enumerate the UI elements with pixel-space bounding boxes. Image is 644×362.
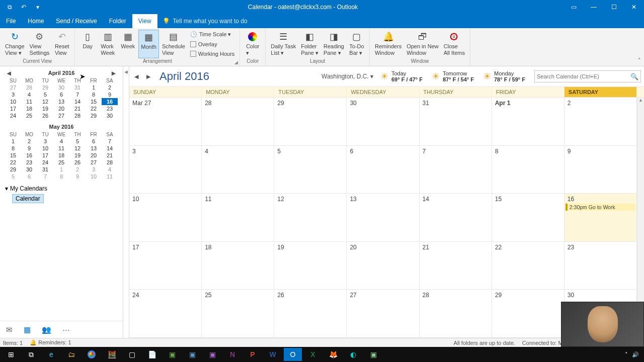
day-cell[interactable]: 25 bbox=[202, 290, 274, 337]
mini-day[interactable]: 4 bbox=[53, 138, 69, 145]
time-scale-button[interactable]: 🕒Time Scale ▾ bbox=[190, 30, 235, 39]
collapse-ribbon-icon[interactable]: ˄ bbox=[638, 57, 641, 64]
mini-day[interactable]: 1 bbox=[86, 84, 102, 91]
maximize-icon[interactable]: ☐ bbox=[604, 4, 624, 11]
people-icon[interactable]: 👥 bbox=[42, 325, 51, 334]
calendar-item[interactable]: Calendar bbox=[12, 194, 44, 203]
mini-day[interactable]: 2 bbox=[21, 138, 37, 145]
reset-view-button[interactable]: ↶Reset View bbox=[52, 30, 71, 58]
more-icon[interactable]: ⋯ bbox=[62, 325, 70, 334]
arrangement-dialog-launcher[interactable]: ◢ bbox=[234, 60, 238, 65]
excel-icon[interactable]: X bbox=[304, 348, 322, 361]
mini-day[interactable]: 11 bbox=[53, 145, 69, 152]
mini-day[interactable]: 10 bbox=[86, 173, 102, 180]
change-view-button[interactable]: ↻Change View ▾ bbox=[3, 30, 27, 58]
calendar-event[interactable]: 2:30pm Go to Work bbox=[566, 204, 635, 211]
scroll-up-icon[interactable]: ▲ bbox=[637, 98, 644, 105]
mini-day[interactable]: 27 bbox=[5, 84, 21, 91]
day-cell[interactable]: 3 bbox=[129, 146, 202, 194]
day-cell[interactable]: 21 bbox=[420, 242, 492, 290]
mini-day[interactable]: 17 bbox=[5, 105, 21, 112]
mini-day[interactable]: 2 bbox=[102, 84, 118, 91]
qat-send-receive-icon[interactable]: ⧉ bbox=[5, 4, 14, 11]
day-cell[interactable]: 29 bbox=[492, 290, 565, 337]
app-icon-4[interactable]: ◐ bbox=[344, 348, 362, 361]
day-cell[interactable]: 29 bbox=[274, 98, 347, 145]
chrome-icon[interactable] bbox=[83, 348, 101, 361]
mini-day[interactable]: 10 bbox=[37, 145, 53, 152]
mini-day[interactable]: 22 bbox=[86, 105, 102, 112]
day-cell[interactable]: 8 bbox=[492, 146, 565, 194]
mini-day[interactable]: 25 bbox=[21, 112, 37, 119]
day-button[interactable]: ▯Day bbox=[78, 30, 97, 58]
week-button[interactable]: ▦Week bbox=[118, 30, 137, 58]
mini-day[interactable]: 4 bbox=[102, 166, 118, 173]
weather-monday[interactable]: ☀Monday78° F / 59° F bbox=[483, 70, 525, 82]
day-cell[interactable]: 5 bbox=[274, 146, 347, 194]
mini-day[interactable]: 3 bbox=[86, 166, 102, 173]
day-cell[interactable]: 26 bbox=[274, 290, 347, 337]
mini-day[interactable]: 24 bbox=[37, 159, 53, 166]
day-cell[interactable]: 18 bbox=[202, 242, 274, 290]
day-cell[interactable]: 15 bbox=[492, 194, 565, 241]
tab-send-receive[interactable]: Send / Receive bbox=[50, 14, 103, 28]
start-button[interactable]: ⊞ bbox=[2, 348, 20, 361]
mini-day[interactable]: 1 bbox=[53, 166, 69, 173]
mini-day[interactable]: 29 bbox=[5, 166, 21, 173]
notepad-icon[interactable]: 📄 bbox=[143, 348, 161, 361]
reminders-window-button[interactable]: 🔔Reminders Window bbox=[373, 30, 404, 58]
mini-day[interactable]: 3 bbox=[5, 91, 21, 98]
mini-day[interactable]: 30 bbox=[21, 166, 37, 173]
mini-day[interactable]: 15 bbox=[5, 152, 21, 159]
app-icon-1[interactable]: ▣ bbox=[163, 348, 181, 361]
mini-day[interactable]: 18 bbox=[53, 152, 69, 159]
mini-day[interactable]: 12 bbox=[69, 145, 86, 152]
todo-bar-button[interactable]: ▢To-Do Bar ▾ bbox=[347, 30, 366, 58]
mini-day[interactable]: 9 bbox=[102, 91, 118, 98]
day-cell[interactable]: 20 bbox=[347, 242, 419, 290]
mini-day[interactable]: 8 bbox=[5, 145, 21, 152]
day-cell[interactable]: 27 bbox=[347, 290, 419, 337]
mini-day[interactable]: 31 bbox=[37, 166, 53, 173]
mini-day[interactable]: 3 bbox=[37, 138, 53, 145]
day-cell[interactable]: 14 bbox=[420, 194, 492, 241]
app-icon-2[interactable]: ▣ bbox=[183, 348, 201, 361]
mini-day[interactable]: 4 bbox=[21, 91, 37, 98]
open-new-window-button[interactable]: 🗗Open in New Window bbox=[405, 30, 441, 58]
mini-day[interactable]: 7 bbox=[69, 91, 86, 98]
mini-day[interactable]: 31 bbox=[69, 84, 86, 91]
mini-day[interactable]: 30 bbox=[53, 84, 69, 91]
collapse-nav-icon[interactable]: ◀ bbox=[123, 66, 129, 338]
overlay-checkbox[interactable]: Overlay bbox=[190, 40, 235, 49]
mini-day[interactable]: 9 bbox=[21, 145, 37, 152]
mini-day[interactable]: 20 bbox=[86, 152, 102, 159]
mini-day[interactable]: 7 bbox=[102, 138, 118, 145]
day-cell[interactable]: 13 bbox=[347, 194, 419, 241]
mail-icon[interactable]: ✉ bbox=[6, 325, 13, 334]
status-reminders[interactable]: 🔔 Reminders: 1 bbox=[30, 339, 71, 346]
day-cell[interactable]: Apr 1 bbox=[492, 98, 565, 145]
mini-day[interactable]: 30 bbox=[102, 112, 118, 119]
day-cell[interactable]: 9 bbox=[565, 146, 637, 194]
ribbon-options-icon[interactable]: ▭ bbox=[564, 4, 584, 11]
mini-day[interactable]: 12 bbox=[37, 98, 53, 105]
mini-day[interactable]: 28 bbox=[21, 84, 37, 91]
mini-day[interactable]: 21 bbox=[69, 105, 86, 112]
working-hours-checkbox[interactable]: Working Hours bbox=[190, 49, 235, 58]
mini-day[interactable]: 18 bbox=[21, 105, 37, 112]
mini-day[interactable]: 22 bbox=[5, 159, 21, 166]
mini-day[interactable]: 17 bbox=[37, 152, 53, 159]
firefox-icon[interactable]: 🦊 bbox=[324, 348, 342, 361]
search-input[interactable] bbox=[537, 73, 630, 79]
tab-view[interactable]: View bbox=[132, 14, 157, 28]
mini-day[interactable]: 5 bbox=[37, 91, 53, 98]
mini-day[interactable]: 13 bbox=[86, 145, 102, 152]
day-cell[interactable]: 6 bbox=[347, 146, 419, 194]
mini-day[interactable]: 7 bbox=[37, 173, 53, 180]
mini-day[interactable]: 21 bbox=[102, 152, 118, 159]
work-week-button[interactable]: ▥Work Week bbox=[98, 30, 117, 58]
day-cell[interactable]: 31 bbox=[420, 98, 492, 145]
mini-day[interactable]: 6 bbox=[53, 91, 69, 98]
word-icon[interactable]: W bbox=[264, 348, 282, 361]
task-view-button[interactable]: ⧉ bbox=[22, 348, 40, 361]
